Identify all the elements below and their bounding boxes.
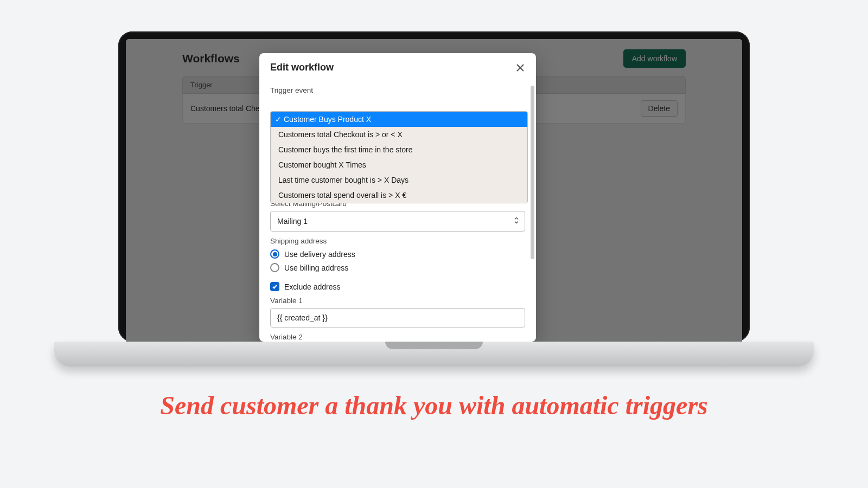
laptop-deck: [54, 342, 814, 367]
trigger-event-dropdown[interactable]: Customer Buys Product X Customers total …: [270, 111, 528, 203]
edit-workflow-modal: Edit workflow Trigger event Customer Buy…: [259, 53, 536, 342]
radio-billing[interactable]: Use billing address: [270, 263, 525, 272]
radio-delivery-label: Use delivery address: [284, 250, 355, 259]
trigger-option[interactable]: Customer bought X Times: [271, 157, 527, 172]
var1-input[interactable]: {{ created_at }}: [270, 308, 525, 328]
mailing-value: Mailing 1: [277, 217, 308, 226]
shipping-label: Shipping address: [270, 237, 525, 245]
exclude-checkbox[interactable]: Exclude address: [270, 282, 525, 291]
caption: Send customer a thank you with automatic…: [0, 390, 868, 420]
radio-delivery[interactable]: Use delivery address: [270, 249, 525, 259]
var1-label: Variable 1: [270, 297, 525, 305]
exclude-label: Exclude address: [284, 282, 341, 291]
laptop-notch: [385, 342, 483, 349]
screen: Workflows Add workflow Trigger Customers…: [126, 39, 742, 342]
laptop-frame: Workflows Add workflow Trigger Customers…: [118, 31, 750, 367]
modal-title: Edit workflow: [270, 62, 334, 73]
chevron-sort-icon: [514, 217, 519, 226]
radio-billing-label: Use billing address: [284, 264, 348, 272]
trigger-event-label: Trigger event: [270, 86, 525, 94]
trigger-option[interactable]: Customers total spend overall is > X €: [271, 188, 527, 203]
var2-label: Variable 2: [270, 333, 525, 341]
mailing-select[interactable]: Mailing 1: [270, 211, 525, 232]
laptop-lid: Workflows Add workflow Trigger Customers…: [118, 31, 750, 342]
radio-icon: [270, 263, 279, 272]
trigger-option[interactable]: Last time customer bought is > X Days: [271, 172, 527, 188]
radio-icon: [270, 249, 279, 259]
close-icon[interactable]: [515, 63, 525, 73]
checkbox-icon: [270, 282, 279, 291]
trigger-option[interactable]: Customer buys the first time in the stor…: [271, 142, 527, 157]
trigger-option[interactable]: Customer Buys Product X: [271, 112, 527, 127]
trigger-option[interactable]: Customers total Checkout is > or < X: [271, 127, 527, 142]
